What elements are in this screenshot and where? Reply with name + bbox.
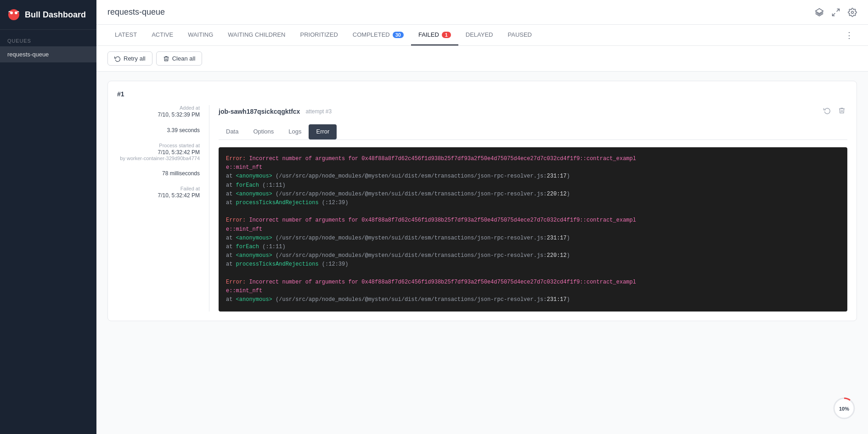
- layers-icon: [815, 8, 824, 17]
- tabs-more-button[interactable]: ⋮: [841, 27, 857, 44]
- tab-paused[interactable]: PAUSED: [501, 25, 540, 45]
- svg-point-6: [851, 11, 854, 13]
- duration-entry: 3.39 seconds: [117, 127, 200, 134]
- job-retry-button[interactable]: [822, 105, 833, 118]
- process-started-entry: Process started at 7/10, 5:32:42 PM by w…: [117, 143, 200, 161]
- job-name: job-sawh187qsickcqgktfcx: [219, 108, 300, 115]
- error-block-3: Error: Incorrect number of arguments for…: [226, 278, 840, 287]
- sub-tab-options[interactable]: Options: [246, 124, 281, 139]
- progress-circle-container: 10%: [831, 395, 857, 423]
- gear-icon: [848, 8, 857, 17]
- header: requests-queue: [96, 0, 868, 25]
- retry-all-button[interactable]: Retry all: [107, 51, 152, 66]
- at-line-3: at <anonymous> (/usr/src/app/node_module…: [226, 190, 840, 199]
- at-line-5: at <anonymous> (/usr/src/app/node_module…: [226, 234, 840, 243]
- at-line-8: at processTicksAndRejections (:12:39): [226, 260, 840, 269]
- error-block-3b: e::mint_nft: [226, 287, 840, 295]
- layers-icon-button[interactable]: [815, 8, 824, 17]
- svg-line-4: [837, 9, 840, 11]
- page-title: requests-queue: [107, 7, 165, 17]
- trash-icon: [163, 56, 169, 62]
- tab-waiting[interactable]: WAITING: [180, 25, 220, 45]
- tab-failed[interactable]: FAILED 1: [411, 25, 458, 45]
- failed-at-value: 7/10, 5:32:42 PM: [117, 192, 200, 199]
- tab-latest[interactable]: LATEST: [107, 25, 144, 45]
- added-at-value: 7/10, 5:32:39 PM: [117, 111, 200, 118]
- tab-completed[interactable]: COMPLETED 30: [345, 25, 411, 45]
- added-at-entry: Added at 7/10, 5:32:39 PM: [117, 105, 200, 118]
- content-area: #1 Added at 7/10, 5:32:39 PM 3.39 second…: [96, 72, 868, 434]
- retry-icon: [114, 56, 121, 62]
- error-block-2b: e::mint_nft: [226, 225, 840, 234]
- at-line-1: at <anonymous> (/usr/src/app/node_module…: [226, 172, 840, 181]
- at-line-9: at <anonymous> (/usr/src/app/node_module…: [226, 295, 840, 304]
- at-line-4: at processTicksAndRejections (:12:39): [226, 199, 840, 207]
- sidebar-logo: Bull Dashboard: [0, 0, 96, 30]
- sub-tabs-bar: Data Options Logs Error: [219, 124, 847, 140]
- sub-tab-data[interactable]: Data: [219, 124, 246, 139]
- retry-job-icon: [823, 107, 831, 114]
- tab-active[interactable]: ACTIVE: [144, 25, 180, 45]
- progress-label: 10%: [839, 406, 849, 412]
- process-started-value: 7/10, 5:32:42 PM: [117, 149, 200, 156]
- job-card: #1 Added at 7/10, 5:32:39 PM 3.39 second…: [107, 81, 857, 321]
- job-detail: job-sawh187qsickcqgktfcx attempt #3: [209, 105, 847, 312]
- main-content: requests-queue: [96, 0, 868, 434]
- svg-line-5: [833, 13, 835, 16]
- failed-at-label: Failed at: [117, 186, 200, 191]
- error-label-1: Error:: [226, 156, 249, 162]
- at-line-6: at forEach (:1:11): [226, 243, 840, 251]
- failed-badge: 1: [442, 32, 451, 38]
- sidebar: Bull Dashboard QUEUES requests-queue: [0, 0, 96, 434]
- error-output: Error: Incorrect number of arguments for…: [219, 147, 847, 312]
- tab-delayed[interactable]: DELAYED: [458, 25, 501, 45]
- at-line-2: at forEach (:1:11): [226, 181, 840, 190]
- process-started-label: Process started at: [117, 143, 200, 148]
- bull-icon: [7, 8, 20, 21]
- settings-icon-button[interactable]: [848, 8, 857, 17]
- job-body: Added at 7/10, 5:32:39 PM 3.39 seconds P…: [117, 105, 847, 312]
- tab-prioritized[interactable]: PRIORITIZED: [293, 25, 345, 45]
- fullscreen-icon: [831, 8, 840, 17]
- job-delete-button[interactable]: [836, 105, 847, 118]
- duration-value: 3.39 seconds: [117, 127, 200, 134]
- error-block-1b: e::mint_nft: [226, 163, 840, 172]
- error-text-1: Incorrect number of arguments for 0x48f8…: [249, 156, 636, 162]
- process-duration-entry: 78 milliseconds: [117, 170, 200, 177]
- tab-waiting-children[interactable]: WAITING CHILDREN: [220, 25, 293, 45]
- toolbar: Retry all Clean all: [96, 46, 868, 72]
- fullscreen-icon-button[interactable]: [831, 8, 840, 17]
- job-number: #1: [117, 90, 847, 98]
- clean-all-label: Clean all: [172, 55, 196, 62]
- queues-section-label: QUEUES: [0, 30, 96, 46]
- clean-all-button[interactable]: Clean all: [156, 51, 203, 66]
- header-actions: [815, 8, 857, 17]
- error-block-2: Error: Incorrect number of arguments for…: [226, 216, 840, 225]
- sidebar-title: Bull Dashboard: [25, 10, 86, 20]
- job-detail-header: job-sawh187qsickcqgktfcx attempt #3: [219, 105, 847, 118]
- svg-point-0: [8, 9, 19, 20]
- delete-job-icon: [838, 107, 845, 114]
- sub-tab-logs[interactable]: Logs: [281, 124, 309, 139]
- process-duration-value: 78 milliseconds: [117, 170, 200, 177]
- failed-at-entry: Failed at 7/10, 5:32:42 PM: [117, 186, 200, 199]
- sub-tab-error[interactable]: Error: [309, 124, 337, 139]
- job-title-row: job-sawh187qsickcqgktfcx attempt #3: [219, 108, 332, 115]
- sidebar-item-requests-queue[interactable]: requests-queue: [0, 46, 96, 62]
- retry-all-label: Retry all: [124, 55, 146, 62]
- tabs-bar: LATEST ACTIVE WAITING WAITING CHILDREN P…: [96, 25, 868, 46]
- worker-label: by worker-container-329d90ba4774: [117, 156, 200, 161]
- at-line-7: at <anonymous> (/usr/src/app/node_module…: [226, 251, 840, 260]
- job-timeline: Added at 7/10, 5:32:39 PM 3.39 seconds P…: [117, 105, 209, 312]
- completed-badge: 30: [393, 32, 404, 38]
- job-action-buttons: [822, 105, 847, 118]
- error-block-1: Error: Incorrect number of arguments for…: [226, 155, 840, 163]
- added-at-label: Added at: [117, 105, 200, 111]
- progress-circle: 10%: [831, 395, 857, 421]
- job-attempt: attempt #3: [305, 108, 332, 115]
